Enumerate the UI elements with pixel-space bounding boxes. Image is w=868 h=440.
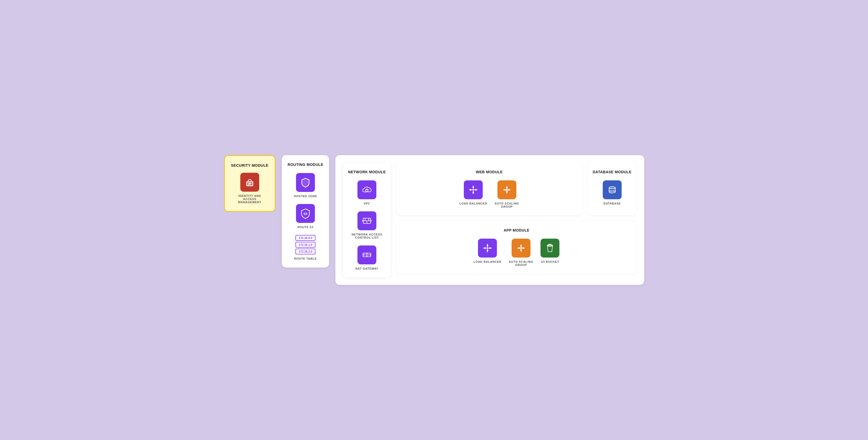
nacl-icon: [362, 216, 372, 226]
network-module-title: NETWORK MODULE: [348, 170, 386, 174]
web-asg-icon: [502, 185, 512, 195]
db-label: DATABASE: [603, 202, 621, 205]
svg-marker-54: [520, 250, 522, 252]
app-module-icons: LOAD BALANCER: [473, 239, 559, 266]
web-asg-label: AUTO SCALINGGROUP: [495, 202, 519, 208]
route-table-boxes: 172.16.0.0 172.16.1.0 172.16.2.0: [296, 235, 315, 254]
svg-marker-27: [472, 186, 474, 188]
route53-icon-box: 53: [296, 204, 315, 223]
route-table-label: ROUTE TABLE: [294, 257, 317, 260]
svg-marker-35: [503, 189, 505, 191]
route53-item: 53 ROUTE 53: [296, 204, 315, 229]
route53-label: ROUTE 53: [298, 225, 313, 229]
svg-marker-55: [517, 247, 520, 249]
database-module-title: DATABASE MODULE: [593, 170, 632, 174]
vpc-label: VPC: [364, 202, 370, 205]
svg-rect-6: [249, 183, 251, 184]
nat-icon: [362, 250, 372, 260]
nacl-label: NETWORK ACCESSCONTROL LIST: [352, 233, 382, 239]
nat-item: NAT GATEWAY: [355, 246, 378, 270]
svg-marker-53: [520, 244, 522, 247]
iam-icon-item: IDENTITY ANDACCESSMANAGEMENT: [238, 173, 261, 204]
vpc-icon: [362, 185, 372, 195]
svg-marker-29: [469, 189, 471, 191]
web-asg-icon-box: [497, 180, 516, 199]
app-asg-icon: [516, 243, 526, 253]
vpc-icon-box: [358, 180, 376, 199]
app-lb-icon-box: [478, 239, 497, 257]
web-lb-item: LOAD BALANCER: [459, 180, 487, 205]
app-asg-item: AUTO SCALINGGROUP: [509, 239, 533, 266]
svg-point-57: [520, 247, 522, 249]
security-module: SECURITY MODULE IDENTITY AN: [224, 155, 276, 212]
web-db-app-column: WEB MODULE: [396, 162, 637, 278]
route-table-item: 172.16.0.0 172.16.1.0 172.16.2.0 ROUTE T…: [294, 235, 317, 260]
svg-text:53: 53: [304, 212, 307, 216]
web-db-row: WEB MODULE: [396, 162, 637, 216]
svg-point-37: [506, 189, 508, 191]
vpc-item: VPC: [358, 180, 376, 205]
database-module: DATABASE MODULE: [588, 162, 637, 216]
web-lb-icon: [468, 185, 478, 195]
db-icon-box: [603, 180, 622, 199]
main-container: SECURITY MODULE IDENTITY AN: [224, 155, 644, 285]
app-lb-label: LOAD BALANCER: [473, 260, 501, 263]
s3-icon-box: [540, 239, 559, 257]
app-module: APP MODULE: [396, 221, 637, 274]
security-module-title: SECURITY MODULE: [231, 163, 269, 167]
web-lb-label: LOAD BALANCER: [459, 202, 487, 205]
db-item: DATABASE: [603, 180, 622, 205]
s3-icon: [545, 243, 555, 253]
svg-marker-36: [508, 189, 510, 191]
svg-marker-50: [490, 247, 492, 249]
routing-module: ROUTING MODULE HOSTED ZONE 53: [282, 155, 329, 268]
route53-icon: 53: [300, 208, 311, 219]
nacl-item: NETWORK ACCESSCONTROL LIST: [352, 211, 382, 239]
svg-point-44: [609, 189, 615, 191]
hosted-zone-label: HOSTED ZONE: [294, 194, 317, 198]
right-panel: NETWORK MODULE VPC: [335, 155, 644, 285]
db-icon: [607, 185, 617, 195]
svg-marker-47: [486, 244, 489, 246]
svg-marker-49: [483, 247, 485, 249]
hosted-zone-icon: [300, 177, 311, 188]
app-lb-item: LOAD BALANCER: [473, 239, 501, 263]
app-lb-icon: [482, 243, 493, 253]
web-module-icons: LOAD BALANCER: [459, 180, 519, 208]
hosted-zone-icon-box: [296, 173, 315, 192]
app-asg-label: AUTO SCALINGGROUP: [509, 260, 533, 266]
svg-marker-33: [506, 186, 508, 188]
route-ip-1: 172.16.0.0: [296, 235, 315, 241]
app-module-title: APP MODULE: [504, 228, 529, 232]
svg-marker-34: [506, 191, 508, 193]
s3-item: S3 BUCKET: [540, 239, 559, 263]
svg-point-43: [609, 191, 615, 193]
hosted-zone-item: HOSTED ZONE: [294, 173, 317, 198]
web-module-title: WEB MODULE: [476, 170, 503, 174]
iam-icon-box: [240, 173, 259, 192]
svg-marker-28: [472, 192, 474, 194]
web-lb-icon-box: [464, 180, 483, 199]
svg-marker-30: [475, 189, 477, 191]
web-asg-item: AUTO SCALINGGROUP: [495, 180, 519, 208]
iam-icon: [245, 177, 255, 187]
svg-point-39: [609, 187, 615, 189]
nacl-icon-box: [358, 211, 376, 230]
app-asg-icon-box: [512, 239, 530, 257]
right-panel-inner: NETWORK MODULE VPC: [343, 162, 637, 278]
routing-module-title: ROUTING MODULE: [287, 162, 323, 167]
route-ip-2: 172.16.1.0: [296, 242, 315, 248]
iam-label: IDENTITY ANDACCESSMANAGEMENT: [238, 194, 261, 204]
nat-icon-box: [358, 246, 376, 264]
svg-marker-56: [523, 247, 525, 249]
svg-marker-48: [486, 250, 489, 252]
nat-label: NAT GATEWAY: [355, 267, 378, 270]
route-ip-3: 172.16.2.0: [296, 249, 315, 254]
s3-label: S3 BUCKET: [541, 260, 559, 263]
network-module: NETWORK MODULE VPC: [343, 162, 391, 278]
web-module: WEB MODULE: [396, 162, 582, 216]
